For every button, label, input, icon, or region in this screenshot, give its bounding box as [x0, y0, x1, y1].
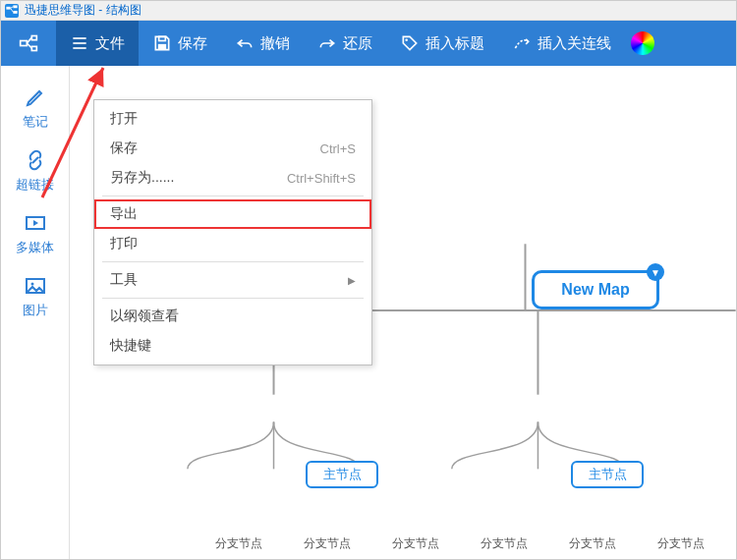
tool-insert-connector-label: 插入关连线	[538, 34, 611, 53]
redo-icon	[317, 33, 337, 53]
svg-rect-13	[159, 36, 166, 40]
menu-separator	[102, 298, 364, 299]
svg-line-4	[11, 8, 14, 12]
save-icon	[152, 33, 172, 53]
pencil-icon	[24, 85, 47, 109]
hamburger-icon	[70, 33, 89, 53]
sidebar-multimedia-label: 多媒体	[16, 239, 54, 256]
tool-save-label: 保存	[178, 34, 207, 53]
undo-icon	[235, 33, 255, 53]
tool-structure[interactable]	[1, 21, 56, 66]
menu-save-as-label: 另存为......	[110, 169, 174, 187]
leaf-group-2: 分支节点 分支节点 分支节点	[481, 535, 705, 552]
menu-separator	[102, 196, 364, 196]
file-dropdown: 打开 保存 Ctrl+S 另存为...... Ctrl+Shift+S 导出 打…	[93, 99, 372, 365]
menu-tools[interactable]: 工具 ▶	[94, 265, 371, 295]
sidebar-multimedia[interactable]: 多媒体	[1, 211, 69, 256]
leaf-node[interactable]: 分支节点	[569, 535, 616, 552]
svg-line-3	[11, 6, 14, 7]
svg-point-15	[405, 38, 408, 41]
collapse-toggle-icon[interactable]: ▼	[647, 263, 664, 281]
leaf-node[interactable]: 分支节点	[304, 535, 351, 552]
menu-outline[interactable]: 以纲领查看	[94, 302, 371, 331]
svg-rect-1	[13, 5, 17, 8]
sidebar-note-label: 笔记	[23, 113, 48, 131]
svg-point-18	[30, 283, 33, 286]
main-node-2[interactable]: 主节点	[571, 461, 644, 488]
menu-outline-label: 以纲领查看	[110, 308, 179, 325]
video-icon	[24, 211, 47, 235]
svg-rect-14	[158, 44, 166, 50]
toolbar: 文件 保存 撤销 还原 插入标题 插入关连线	[1, 21, 736, 66]
leaf-node[interactable]: 分支节点	[481, 535, 528, 552]
app-icon	[5, 4, 19, 18]
menu-save-as[interactable]: 另存为...... Ctrl+Shift+S	[94, 163, 371, 193]
menu-shortcuts-label: 快捷键	[110, 337, 151, 355]
sidebar-note[interactable]: 笔记	[1, 85, 69, 131]
menu-open-label: 打开	[110, 110, 138, 128]
sidebar-image-label: 图片	[23, 302, 48, 319]
sidebar-hyperlink-label: 超链接	[16, 176, 54, 194]
color-picker-icon[interactable]	[631, 31, 654, 55]
menu-save-as-shortcut: Ctrl+Shift+S	[287, 171, 356, 186]
tool-file[interactable]: 文件	[56, 21, 139, 66]
submenu-arrow-icon: ▶	[348, 275, 356, 286]
structure-icon	[19, 33, 38, 53]
menu-open[interactable]: 打开	[94, 104, 371, 134]
menu-save[interactable]: 保存 Ctrl+S	[94, 134, 371, 163]
svg-rect-5	[21, 41, 28, 46]
menu-save-label: 保存	[110, 140, 138, 157]
root-node[interactable]: New Map ▼	[532, 270, 659, 309]
svg-rect-7	[31, 46, 36, 50]
main-node-1[interactable]: 主节点	[306, 461, 378, 488]
svg-rect-6	[31, 36, 36, 40]
image-icon	[24, 274, 47, 298]
menu-shortcuts[interactable]: 快捷键	[94, 331, 371, 361]
sidebar: 笔记 超链接 多媒体 图片	[1, 66, 70, 559]
window-title: 迅捷思维导图 - 结构图	[25, 2, 142, 19]
tool-insert-connector[interactable]: 插入关连线	[498, 21, 625, 66]
tool-insert-title-label: 插入标题	[425, 34, 484, 53]
leaf-group-1: 分支节点 分支节点 分支节点	[215, 535, 439, 552]
menu-separator	[102, 261, 364, 262]
menu-save-shortcut: Ctrl+S	[320, 141, 356, 156]
menu-print-label: 打印	[110, 235, 138, 252]
sidebar-image[interactable]: 图片	[1, 274, 69, 319]
leaf-node[interactable]: 分支节点	[657, 535, 705, 552]
tool-redo[interactable]: 还原	[304, 21, 386, 66]
tool-undo-label: 撤销	[260, 34, 290, 53]
tool-insert-title[interactable]: 插入标题	[386, 21, 498, 66]
menu-export[interactable]: 导出	[94, 199, 371, 229]
tool-file-label: 文件	[95, 34, 125, 53]
svg-rect-0	[6, 6, 10, 9]
main-node-2-label: 主节点	[589, 466, 627, 483]
menu-export-label: 导出	[110, 205, 138, 223]
tag-icon	[400, 33, 420, 53]
leaf-node[interactable]: 分支节点	[392, 535, 439, 552]
tool-undo[interactable]: 撤销	[221, 21, 304, 66]
main-node-1-label: 主节点	[323, 466, 362, 483]
leaf-node[interactable]: 分支节点	[215, 535, 262, 552]
connector-icon	[512, 33, 532, 53]
svg-rect-2	[13, 11, 17, 14]
link-icon	[24, 148, 47, 172]
sidebar-hyperlink[interactable]: 超链接	[1, 148, 69, 194]
tool-redo-label: 还原	[343, 34, 372, 53]
root-node-label: New Map	[561, 281, 629, 299]
tool-save[interactable]: 保存	[139, 21, 221, 66]
menu-tools-label: 工具	[110, 271, 138, 289]
titlebar: 迅捷思维导图 - 结构图	[1, 1, 736, 21]
menu-print[interactable]: 打印	[94, 229, 371, 258]
